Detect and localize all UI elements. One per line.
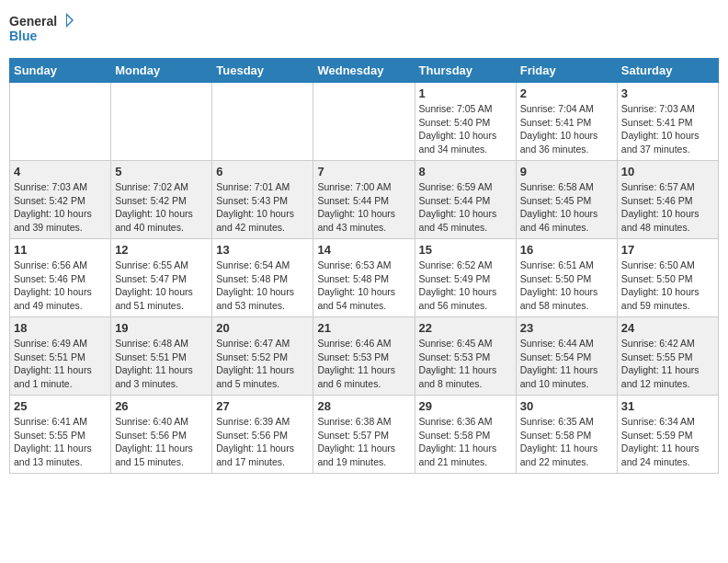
day-info: Sunrise: 6:36 AM Sunset: 5:58 PM Dayligh… [419, 415, 512, 469]
day-number: 28 [317, 399, 410, 413]
day-number: 16 [520, 243, 613, 257]
column-header-wednesday: Wednesday [313, 59, 415, 83]
day-number: 20 [216, 321, 309, 335]
day-info: Sunrise: 6:58 AM Sunset: 5:45 PM Dayligh… [520, 180, 613, 235]
calendar-cell: 17Sunrise: 6:50 AM Sunset: 5:50 PM Dayli… [617, 239, 718, 317]
day-number: 24 [621, 321, 714, 335]
calendar-cell: 7Sunrise: 7:00 AM Sunset: 5:44 PM Daylig… [313, 161, 415, 239]
day-info: Sunrise: 7:02 AM Sunset: 5:42 PM Dayligh… [115, 180, 208, 235]
calendar-cell: 31Sunrise: 6:34 AM Sunset: 5:59 PM Dayli… [617, 396, 718, 474]
day-info: Sunrise: 6:55 AM Sunset: 5:47 PM Dayligh… [115, 259, 208, 313]
calendar-cell: 21Sunrise: 6:46 AM Sunset: 5:53 PM Dayli… [313, 317, 415, 396]
day-info: Sunrise: 6:39 AM Sunset: 5:56 PM Dayligh… [216, 415, 309, 469]
calendar-cell [111, 83, 212, 161]
calendar-cell: 24Sunrise: 6:42 AM Sunset: 5:55 PM Dayli… [617, 317, 718, 396]
day-number: 14 [317, 243, 410, 257]
day-number: 13 [216, 243, 309, 257]
day-info: Sunrise: 7:03 AM Sunset: 5:41 PM Dayligh… [621, 102, 714, 156]
calendar-week-3: 11Sunrise: 6:56 AM Sunset: 5:46 PM Dayli… [10, 239, 719, 317]
calendar-week-2: 4Sunrise: 7:03 AM Sunset: 5:42 PM Daylig… [10, 161, 719, 239]
day-info: Sunrise: 6:48 AM Sunset: 5:51 PM Dayligh… [115, 337, 208, 391]
day-info: Sunrise: 6:34 AM Sunset: 5:59 PM Dayligh… [621, 415, 714, 469]
calendar-cell: 30Sunrise: 6:35 AM Sunset: 5:58 PM Dayli… [516, 396, 617, 474]
day-info: Sunrise: 6:57 AM Sunset: 5:46 PM Dayligh… [621, 180, 714, 235]
logo-svg: General Blue [9, 9, 74, 51]
calendar-cell: 28Sunrise: 6:38 AM Sunset: 5:57 PM Dayli… [313, 396, 415, 474]
calendar-cell: 10Sunrise: 6:57 AM Sunset: 5:46 PM Dayli… [617, 161, 718, 239]
day-number: 3 [621, 86, 714, 100]
day-number: 26 [115, 399, 208, 413]
day-info: Sunrise: 6:45 AM Sunset: 5:53 PM Dayligh… [419, 337, 512, 391]
day-info: Sunrise: 6:53 AM Sunset: 5:48 PM Dayligh… [317, 259, 410, 313]
day-info: Sunrise: 6:59 AM Sunset: 5:44 PM Dayligh… [419, 180, 512, 235]
calendar-cell: 5Sunrise: 7:02 AM Sunset: 5:42 PM Daylig… [111, 161, 212, 239]
day-number: 30 [520, 399, 613, 413]
calendar-cell: 1Sunrise: 7:05 AM Sunset: 5:40 PM Daylig… [415, 83, 516, 161]
calendar-cell: 19Sunrise: 6:48 AM Sunset: 5:51 PM Dayli… [111, 317, 212, 396]
calendar-cell: 20Sunrise: 6:47 AM Sunset: 5:52 PM Dayli… [212, 317, 313, 396]
day-info: Sunrise: 6:49 AM Sunset: 5:51 PM Dayligh… [14, 337, 107, 391]
day-info: Sunrise: 6:47 AM Sunset: 5:52 PM Dayligh… [216, 337, 309, 391]
calendar-cell: 23Sunrise: 6:44 AM Sunset: 5:54 PM Dayli… [516, 317, 617, 396]
calendar-cell: 2Sunrise: 7:04 AM Sunset: 5:41 PM Daylig… [516, 83, 617, 161]
day-info: Sunrise: 7:05 AM Sunset: 5:40 PM Dayligh… [419, 102, 512, 156]
day-info: Sunrise: 6:52 AM Sunset: 5:49 PM Dayligh… [419, 259, 512, 313]
calendar-cell: 22Sunrise: 6:45 AM Sunset: 5:53 PM Dayli… [415, 317, 516, 396]
day-number: 31 [621, 399, 714, 413]
page-header: General Blue [9, 9, 719, 51]
calendar-cell: 8Sunrise: 6:59 AM Sunset: 5:44 PM Daylig… [415, 161, 516, 239]
day-number: 8 [419, 165, 512, 178]
calendar-cell: 12Sunrise: 6:55 AM Sunset: 5:47 PM Dayli… [111, 239, 212, 317]
day-number: 25 [14, 399, 107, 413]
day-number: 27 [216, 399, 309, 413]
calendar-week-1: 1Sunrise: 7:05 AM Sunset: 5:40 PM Daylig… [10, 83, 719, 161]
calendar-header-row: SundayMondayTuesdayWednesdayThursdayFrid… [10, 59, 719, 83]
logo: General Blue [9, 9, 74, 51]
day-number: 7 [317, 165, 410, 178]
column-header-sunday: Sunday [10, 59, 111, 83]
day-number: 23 [520, 321, 613, 335]
day-info: Sunrise: 6:38 AM Sunset: 5:57 PM Dayligh… [317, 415, 410, 469]
day-number: 2 [520, 86, 613, 100]
calendar-cell: 9Sunrise: 6:58 AM Sunset: 5:45 PM Daylig… [516, 161, 617, 239]
calendar-cell: 14Sunrise: 6:53 AM Sunset: 5:48 PM Dayli… [313, 239, 415, 317]
day-info: Sunrise: 6:40 AM Sunset: 5:56 PM Dayligh… [115, 415, 208, 469]
column-header-tuesday: Tuesday [212, 59, 313, 83]
svg-text:General: General [9, 14, 57, 29]
day-info: Sunrise: 6:56 AM Sunset: 5:46 PM Dayligh… [14, 259, 107, 313]
day-info: Sunrise: 6:50 AM Sunset: 5:50 PM Dayligh… [621, 259, 714, 313]
day-info: Sunrise: 6:41 AM Sunset: 5:55 PM Dayligh… [14, 415, 107, 469]
calendar-cell: 11Sunrise: 6:56 AM Sunset: 5:46 PM Dayli… [10, 239, 111, 317]
calendar-cell: 27Sunrise: 6:39 AM Sunset: 5:56 PM Dayli… [212, 396, 313, 474]
day-number: 5 [115, 165, 208, 178]
day-info: Sunrise: 6:54 AM Sunset: 5:48 PM Dayligh… [216, 259, 309, 313]
day-info: Sunrise: 6:51 AM Sunset: 5:50 PM Dayligh… [520, 259, 613, 313]
calendar-week-5: 25Sunrise: 6:41 AM Sunset: 5:55 PM Dayli… [10, 396, 719, 474]
day-number: 15 [419, 243, 512, 257]
day-number: 17 [621, 243, 714, 257]
column-header-saturday: Saturday [617, 59, 718, 83]
day-info: Sunrise: 7:03 AM Sunset: 5:42 PM Dayligh… [14, 180, 107, 235]
calendar-cell [313, 83, 415, 161]
day-info: Sunrise: 6:44 AM Sunset: 5:54 PM Dayligh… [520, 337, 613, 391]
calendar-cell: 18Sunrise: 6:49 AM Sunset: 5:51 PM Dayli… [10, 317, 111, 396]
column-header-friday: Friday [516, 59, 617, 83]
day-number: 18 [14, 321, 107, 335]
calendar-cell: 29Sunrise: 6:36 AM Sunset: 5:58 PM Dayli… [415, 396, 516, 474]
day-number: 6 [216, 165, 309, 178]
day-info: Sunrise: 7:00 AM Sunset: 5:44 PM Dayligh… [317, 180, 410, 235]
calendar-week-4: 18Sunrise: 6:49 AM Sunset: 5:51 PM Dayli… [10, 317, 719, 396]
day-info: Sunrise: 7:04 AM Sunset: 5:41 PM Dayligh… [520, 102, 613, 156]
day-info: Sunrise: 6:46 AM Sunset: 5:53 PM Dayligh… [317, 337, 410, 391]
calendar-cell: 25Sunrise: 6:41 AM Sunset: 5:55 PM Dayli… [10, 396, 111, 474]
calendar-cell [10, 83, 111, 161]
column-header-thursday: Thursday [415, 59, 516, 83]
day-number: 11 [14, 243, 107, 257]
svg-text:Blue: Blue [9, 29, 38, 43]
day-number: 9 [520, 165, 613, 178]
day-number: 29 [419, 399, 512, 413]
day-number: 4 [14, 165, 107, 178]
day-number: 21 [317, 321, 410, 335]
day-number: 22 [419, 321, 512, 335]
day-number: 12 [115, 243, 208, 257]
